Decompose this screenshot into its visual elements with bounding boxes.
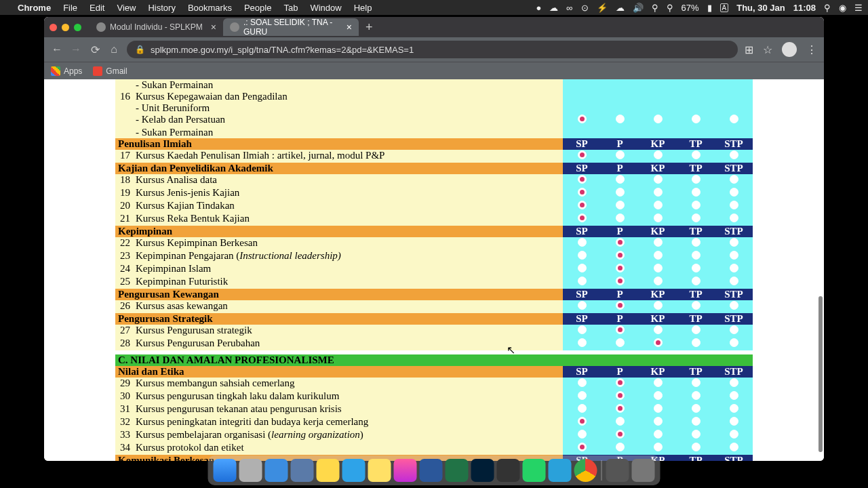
reload-button[interactable]: ⟳ <box>89 43 101 56</box>
star-icon[interactable]: ☆ <box>763 43 772 56</box>
radio-option[interactable] <box>616 264 625 272</box>
radio-option[interactable] <box>692 391 701 400</box>
radio-option[interactable] <box>654 251 663 260</box>
radio-option[interactable] <box>692 378 701 387</box>
radio-option[interactable] <box>730 417 738 426</box>
radio-option[interactable] <box>692 150 701 159</box>
dock-itunes[interactable] <box>394 459 417 482</box>
dock-safari[interactable] <box>239 459 262 482</box>
radio-option[interactable] <box>578 301 587 310</box>
menubar-app[interactable]: Chrome <box>18 3 51 13</box>
radio-option[interactable] <box>616 201 625 209</box>
radio-option[interactable] <box>616 417 625 426</box>
bookmark-gmail[interactable]: Gmail <box>93 66 127 76</box>
radio-option[interactable] <box>578 214 587 222</box>
url-input[interactable]: 🔒 splkpm.moe.gov.my/i_splg/tna/TNA.cfm?k… <box>127 41 738 58</box>
radio-option[interactable] <box>730 188 738 197</box>
radio-option[interactable] <box>654 417 663 426</box>
radio-option[interactable] <box>654 443 663 451</box>
radio-option[interactable] <box>578 378 587 387</box>
radio-p[interactable] <box>616 115 625 123</box>
radio-option[interactable] <box>730 201 738 209</box>
menu-tab[interactable]: Tab <box>283 3 298 13</box>
menu-people[interactable]: People <box>244 3 271 13</box>
dock-photoshop[interactable] <box>471 459 494 482</box>
radio-option[interactable] <box>616 188 625 197</box>
radio-option[interactable] <box>578 251 587 260</box>
dock-excel[interactable] <box>446 459 469 482</box>
forward-button[interactable]: → <box>70 43 82 56</box>
radio-option[interactable] <box>654 201 663 209</box>
radio-option[interactable] <box>616 404 625 413</box>
menu-history[interactable]: History <box>148 3 175 13</box>
radio-option[interactable] <box>616 175 625 184</box>
menu-bookmarks[interactable]: Bookmarks <box>188 3 232 13</box>
search-icon[interactable]: ⚲ <box>824 3 831 13</box>
radio-option[interactable] <box>692 214 701 222</box>
status-icon[interactable]: ● <box>536 3 541 13</box>
radio-option[interactable] <box>578 391 587 400</box>
radio-option[interactable] <box>730 251 738 260</box>
menu-icon[interactable]: ☰ <box>854 3 863 13</box>
radio-option[interactable] <box>654 430 663 439</box>
dock-notes[interactable] <box>317 459 340 482</box>
radio-option[interactable] <box>578 201 587 209</box>
radio-option[interactable] <box>616 325 625 334</box>
radio-option[interactable] <box>616 391 625 400</box>
menu-file[interactable]: File <box>63 3 77 13</box>
tab-close-icon[interactable]: × <box>347 22 352 33</box>
radio-option[interactable] <box>692 264 701 272</box>
radio-option[interactable] <box>730 378 738 387</box>
cloud-icon[interactable]: ☁ <box>549 3 558 13</box>
menubar-date[interactable]: Thu, 30 Jan <box>736 3 785 13</box>
dock-app[interactable] <box>606 459 629 482</box>
radio-option[interactable] <box>616 430 625 439</box>
window-controls[interactable] <box>50 24 81 31</box>
scrollbar[interactable] <box>818 296 823 452</box>
radio-option[interactable] <box>730 264 738 272</box>
tab-inactive[interactable]: Modul Individu - SPLKPM × <box>90 18 223 36</box>
dock-whatsapp[interactable] <box>523 459 546 482</box>
radio-option[interactable] <box>692 325 701 334</box>
translate-icon[interactable]: ⊞ <box>745 43 753 56</box>
back-button[interactable]: ← <box>51 43 63 56</box>
radio-option[interactable] <box>578 238 587 247</box>
radio-option[interactable] <box>730 404 738 413</box>
lock-icon[interactable]: 🔒 <box>135 45 145 54</box>
radio-option[interactable] <box>654 378 663 387</box>
dock-app[interactable] <box>497 459 520 482</box>
battery-icon[interactable]: ▮ <box>707 3 712 13</box>
dock-stickies[interactable] <box>368 459 391 482</box>
siri-icon[interactable]: ◉ <box>839 3 846 13</box>
radio-option[interactable] <box>616 238 625 247</box>
bluetooth-icon[interactable]: ⚲ <box>652 3 658 13</box>
radio-option[interactable] <box>616 338 625 347</box>
radio-tp[interactable] <box>692 115 701 123</box>
minimize-window-icon[interactable] <box>62 24 69 31</box>
radio-option[interactable] <box>654 391 663 400</box>
radio-option[interactable] <box>578 417 587 426</box>
radio-option[interactable] <box>730 150 738 159</box>
radio-option[interactable] <box>692 188 701 197</box>
dock-finder[interactable] <box>214 459 237 482</box>
radio-option[interactable] <box>730 277 738 285</box>
radio-option[interactable] <box>616 277 625 285</box>
tab-active[interactable]: .: SOAL SELIDIK ; TNA - GURU × <box>223 18 359 36</box>
radio-option[interactable] <box>692 338 701 347</box>
profile-icon[interactable] <box>782 42 797 57</box>
radio-option[interactable] <box>692 251 701 260</box>
menu-view[interactable]: View <box>117 3 136 13</box>
menubar-time[interactable]: 11:08 <box>793 3 816 13</box>
radio-option[interactable] <box>616 251 625 260</box>
radio-option[interactable] <box>616 214 625 222</box>
menu-window[interactable]: Window <box>310 3 341 13</box>
radio-option[interactable] <box>654 150 663 159</box>
radio-option[interactable] <box>730 214 738 222</box>
radio-option[interactable] <box>692 430 701 439</box>
radio-option[interactable] <box>692 301 701 310</box>
radio-option[interactable] <box>692 238 701 247</box>
radio-option[interactable] <box>578 150 587 159</box>
lang-icon[interactable]: A <box>720 3 729 12</box>
new-tab-button[interactable]: + <box>359 20 380 35</box>
radio-option[interactable] <box>730 391 738 400</box>
